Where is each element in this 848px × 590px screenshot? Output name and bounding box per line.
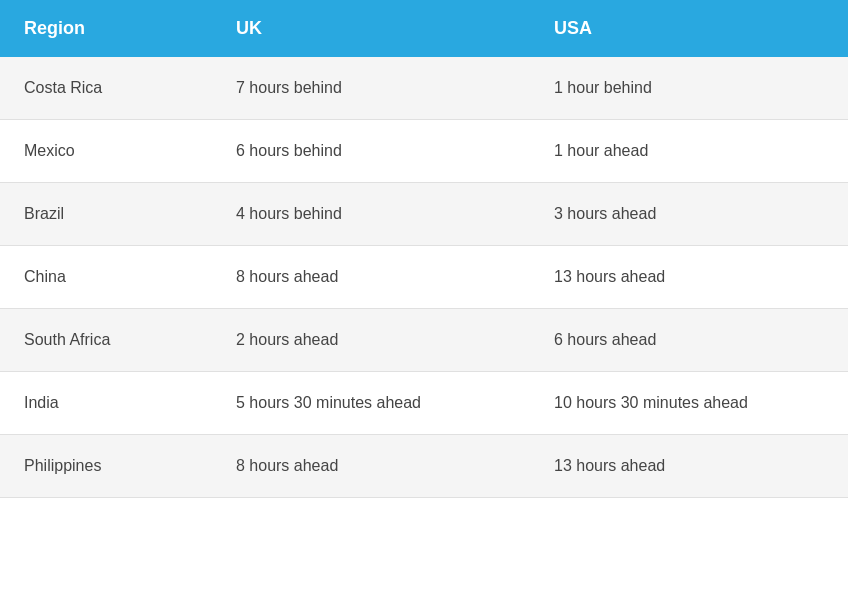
cell-uk: 4 hours behind bbox=[212, 183, 530, 246]
header-usa: USA bbox=[530, 0, 848, 57]
cell-region: China bbox=[0, 246, 212, 309]
cell-region: Brazil bbox=[0, 183, 212, 246]
timezone-table: Region UK USA Costa Rica7 hours behind1 … bbox=[0, 0, 848, 498]
cell-usa: 13 hours ahead bbox=[530, 435, 848, 498]
cell-region: South Africa bbox=[0, 309, 212, 372]
cell-uk: 5 hours 30 minutes ahead bbox=[212, 372, 530, 435]
cell-region: Mexico bbox=[0, 120, 212, 183]
cell-usa: 10 hours 30 minutes ahead bbox=[530, 372, 848, 435]
cell-uk: 8 hours ahead bbox=[212, 246, 530, 309]
table-row: Brazil4 hours behind3 hours ahead bbox=[0, 183, 848, 246]
cell-usa: 13 hours ahead bbox=[530, 246, 848, 309]
cell-uk: 8 hours ahead bbox=[212, 435, 530, 498]
cell-uk: 7 hours behind bbox=[212, 57, 530, 120]
cell-region: India bbox=[0, 372, 212, 435]
table-row: Costa Rica7 hours behind1 hour behind bbox=[0, 57, 848, 120]
table-header-row: Region UK USA bbox=[0, 0, 848, 57]
table-row: Philippines8 hours ahead13 hours ahead bbox=[0, 435, 848, 498]
table-row: India5 hours 30 minutes ahead10 hours 30… bbox=[0, 372, 848, 435]
header-region: Region bbox=[0, 0, 212, 57]
cell-usa: 6 hours ahead bbox=[530, 309, 848, 372]
cell-region: Philippines bbox=[0, 435, 212, 498]
table-row: South Africa2 hours ahead6 hours ahead bbox=[0, 309, 848, 372]
timezone-table-container: Region UK USA Costa Rica7 hours behind1 … bbox=[0, 0, 848, 498]
cell-uk: 2 hours ahead bbox=[212, 309, 530, 372]
cell-usa: 1 hour behind bbox=[530, 57, 848, 120]
cell-usa: 3 hours ahead bbox=[530, 183, 848, 246]
table-row: Mexico6 hours behind1 hour ahead bbox=[0, 120, 848, 183]
cell-usa: 1 hour ahead bbox=[530, 120, 848, 183]
cell-uk: 6 hours behind bbox=[212, 120, 530, 183]
cell-region: Costa Rica bbox=[0, 57, 212, 120]
header-uk: UK bbox=[212, 0, 530, 57]
table-row: China8 hours ahead13 hours ahead bbox=[0, 246, 848, 309]
